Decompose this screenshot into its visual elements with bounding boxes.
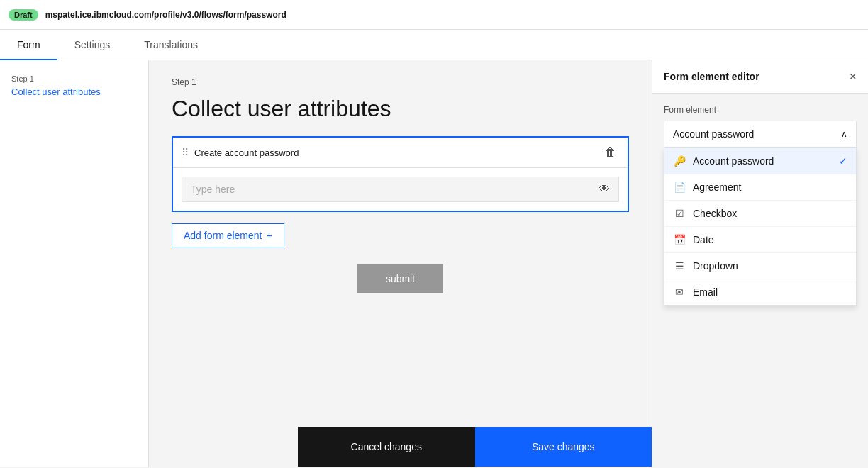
- sidebar-step-link[interactable]: Collect user attributes: [11, 87, 101, 97]
- topbar-url-bold: password: [247, 10, 286, 20]
- sidebar-step-label: Step 1: [11, 74, 137, 83]
- key-icon: 🔑: [673, 155, 686, 167]
- chevron-up-icon: ∧: [841, 129, 847, 139]
- dropdown-icon: ☰: [673, 260, 686, 272]
- dropdown-item-email[interactable]: ✉ Email: [664, 279, 856, 305]
- selected-element-label: Account password: [673, 128, 754, 140]
- main-layout: Step 1 Collect user attributes Step 1 Co…: [0, 60, 868, 467]
- panel-body: Form element Account password ∧ 🔑 Accoun…: [652, 94, 868, 467]
- dropdown-item-agreement[interactable]: 📄 Agreement: [664, 174, 856, 201]
- dropdown-item-account-password[interactable]: 🔑 Account password ✓: [664, 148, 856, 174]
- panel-header: Form element editor ×: [652, 60, 868, 94]
- cancel-button[interactable]: Cancel changes: [298, 427, 475, 467]
- input-preview-placeholder: Type here: [191, 184, 599, 195]
- canvas-scroll: Step 1 Collect user attributes ⠿ Create …: [149, 60, 652, 467]
- form-card-body: Type here 👁: [173, 168, 628, 211]
- dropdown-item-dropdown[interactable]: ☰ Dropdown: [664, 253, 856, 279]
- input-preview: Type here 👁: [182, 177, 619, 202]
- form-element-label: Form element: [664, 105, 857, 115]
- agreement-icon: 📄: [673, 182, 686, 193]
- tab-form[interactable]: Form: [0, 30, 57, 60]
- date-icon: 📅: [673, 234, 686, 245]
- topbar: Draft mspatel.ice.ibmcloud.com/profile/v…: [0, 0, 868, 30]
- email-icon: ✉: [673, 286, 686, 298]
- check-icon: ✓: [839, 155, 847, 167]
- right-panel: Form element editor × Form element Accou…: [652, 60, 868, 467]
- topbar-url: mspatel.ice.ibmcloud.com/profile/v3.0/fl…: [45, 10, 286, 20]
- dropdown-item-label-email: Email: [693, 286, 718, 298]
- select-trigger[interactable]: Account password ∧: [664, 121, 857, 147]
- form-element-select: Account password ∧ 🔑 Account password ✓ …: [664, 121, 857, 147]
- bottom-buttons: Cancel changes Save changes: [298, 427, 652, 467]
- checkbox-icon: ☑: [673, 208, 686, 219]
- save-button[interactable]: Save changes: [475, 427, 652, 467]
- canvas-title: Collect user attributes: [172, 96, 629, 122]
- tab-translations[interactable]: Translations: [127, 30, 215, 60]
- form-card-header: ⠿ Create account password 🗑: [173, 138, 628, 168]
- dropdown-item-label-checkbox: Checkbox: [693, 208, 737, 219]
- panel-title: Form element editor: [664, 71, 760, 82]
- tabbar: Form Settings Translations: [0, 30, 868, 60]
- form-card-label: Create account password: [194, 147, 596, 158]
- sidebar: Step 1 Collect user attributes: [0, 60, 149, 467]
- dropdown-menu: 🔑 Account password ✓ 📄 Agreement ☑ Check…: [664, 147, 857, 306]
- dropdown-item-label-dropdown: Dropdown: [693, 260, 738, 272]
- draft-badge: Draft: [9, 9, 38, 21]
- dropdown-item-date[interactable]: 📅 Date: [664, 227, 856, 253]
- add-element-label: Add form element: [184, 230, 262, 241]
- add-form-element-button[interactable]: Add form element +: [172, 223, 284, 247]
- drag-handle-icon[interactable]: ⠿: [182, 147, 189, 158]
- canvas-step-label: Step 1: [172, 77, 629, 87]
- delete-element-button[interactable]: 🗑: [602, 145, 619, 160]
- close-button[interactable]: ×: [849, 70, 857, 83]
- topbar-url-prefix: mspatel.ice.ibmcloud.com/profile/v3.0/fl…: [45, 10, 247, 20]
- dropdown-item-checkbox[interactable]: ☑ Checkbox: [664, 201, 856, 227]
- dropdown-item-label-agreement: Agreement: [693, 182, 741, 193]
- dropdown-item-label-account-password: Account password: [693, 155, 774, 167]
- tab-settings[interactable]: Settings: [57, 30, 128, 60]
- canvas-wrapper: Step 1 Collect user attributes ⠿ Create …: [149, 60, 652, 467]
- submit-button-preview: submit: [357, 264, 443, 293]
- plus-icon: +: [267, 230, 272, 241]
- form-card: ⠿ Create account password 🗑 Type here 👁: [172, 136, 629, 212]
- eye-icon: 👁: [599, 183, 610, 196]
- dropdown-item-label-date: Date: [693, 234, 714, 245]
